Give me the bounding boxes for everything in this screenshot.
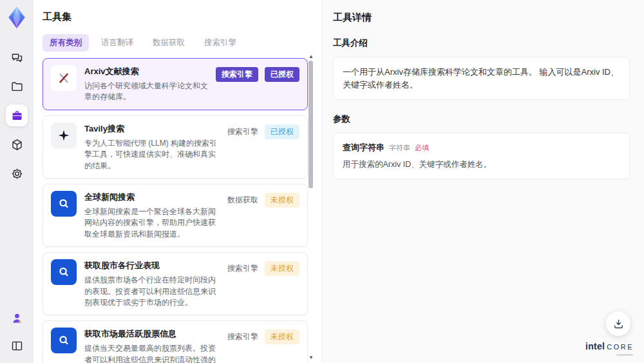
detail-title: 工具详情 — [333, 12, 630, 24]
category-badge: 搜索引擎 — [227, 329, 258, 344]
sidebar-item-account[interactable] — [6, 307, 28, 329]
param-required-flag: 必填 — [415, 143, 429, 153]
sidebar-item-files[interactable] — [6, 75, 28, 97]
scroll-up-icon[interactable]: ▲ — [308, 54, 314, 59]
category-badge: 搜索引擎 — [227, 261, 258, 276]
tool-description: 提供当天交易量最高的股票列表。投资者可以利用这些信息来识别流动性强的股票和潜在的… — [84, 343, 220, 363]
download-button[interactable] — [606, 311, 630, 336]
tool-badges: 数据获取未授权 — [227, 191, 299, 240]
sidebar-nav — [6, 46, 28, 184]
param-type: 字符串 — [389, 143, 410, 153]
intro-section-title: 工具介绍 — [333, 37, 630, 49]
tool-badges: 搜索引擎已授权 — [216, 65, 299, 103]
tool-list: Arxiv文献搜索访问各个研究领域大量科学论文和文章的存储库。搜索引擎已授权Ta… — [43, 58, 308, 363]
category-badge: 搜索引擎 — [216, 67, 258, 82]
download-icon — [612, 318, 625, 330]
params-section-title: 参数 — [333, 113, 630, 125]
tool-description: 全球新闻搜索是一个聚合全球各大新闻网站内容的搜索引擎，帮助用户快速获取全球最新资… — [84, 206, 220, 240]
tool-text: 获取市场最活跃股票信息提供当天交易量最高的股票列表。投资者可以利用这些信息来识别… — [84, 328, 220, 363]
tool-name: 全球新闻搜索 — [84, 191, 220, 203]
sidebar — [0, 0, 33, 363]
tool-card-tavily-search[interactable]: Tavily搜索专为人工智能代理 (LLM) 构建的搜索引擎工具，可快速提供实时… — [43, 115, 308, 179]
app-logo-icon — [5, 5, 28, 30]
app-root: 工具集 所有类别语言翻译数据获取搜索引擎 Arxiv文献搜索访问各个研究领域大量… — [0, 0, 644, 363]
tool-badges: 搜索引擎未授权 — [227, 259, 299, 308]
tool-card-global-news-search[interactable]: 全球新闻搜索全球新闻搜索是一个聚合全球各大新闻网站内容的搜索引擎，帮助用户快速获… — [43, 184, 308, 247]
magnifier-icon — [51, 259, 77, 285]
param-header: 查询字符串字符串必填 — [343, 142, 620, 153]
tool-intro-text: 一个用于从Arxiv存储库搜索科学论文和文章的工具。 输入可以是Arxiv ID… — [333, 57, 630, 100]
sidebar-item-models[interactable] — [6, 133, 28, 155]
briefcase-icon — [10, 109, 24, 123]
gear-icon — [10, 167, 24, 181]
tools-list-panel: 工具集 所有类别语言翻译数据获取搜索引擎 Arxiv文献搜索访问各个研究领域大量… — [33, 0, 322, 363]
tab-search-engine[interactable]: 搜索引擎 — [197, 34, 243, 52]
params-box: 查询字符串字符串必填用于搜索的Arxiv ID、关键字或作者姓名。 — [333, 133, 630, 179]
tab-data-fetch[interactable]: 数据获取 — [146, 34, 192, 52]
panel-icon — [10, 339, 24, 353]
category-tabs: 所有类别语言翻译数据获取搜索引擎 — [43, 34, 322, 52]
param-name: 查询字符串 — [343, 142, 384, 153]
tool-description: 访问各个研究领域大量科学论文和文章的存储库。 — [84, 81, 208, 103]
user-icon — [10, 311, 24, 325]
tool-description: 提供股票市场各个行业在特定时间段内的表现。投资者可以利用这些信息来识别表现优于或… — [84, 275, 220, 308]
auth-status-badge: 已授权 — [265, 67, 299, 82]
sidebar-item-settings[interactable] — [6, 162, 28, 184]
tool-description: 专为人工智能代理 (LLM) 构建的搜索引擎工具，可快速提供实时、准确和真实的结… — [84, 138, 220, 172]
category-badge: 数据获取 — [227, 193, 258, 208]
auth-status-badge: 未授权 — [265, 193, 299, 208]
sidebar-item-collapse[interactable] — [6, 335, 28, 357]
tool-name: Tavily搜索 — [84, 123, 220, 135]
scrollbar-thumb[interactable] — [308, 61, 313, 188]
intel-wordmark: intel — [585, 341, 605, 351]
core-wordmark: CORE — [607, 343, 634, 351]
folder-icon — [10, 80, 24, 93]
sidebar-item-chat[interactable] — [6, 46, 28, 68]
tool-detail-panel: 工具详情 工具介绍 一个用于从Arxiv存储库搜索科学论文和文章的工具。 输入可… — [322, 0, 644, 363]
auth-status-badge: 未授权 — [265, 329, 299, 344]
page-title: 工具集 — [43, 11, 322, 23]
tool-text: Tavily搜索专为人工智能代理 (LLM) 构建的搜索引擎工具，可快速提供实时… — [84, 123, 220, 172]
arxiv-logo-icon — [51, 65, 77, 91]
sidebar-bottom — [6, 307, 28, 357]
tool-name: 获取市场最活跃股票信息 — [84, 328, 220, 340]
tool-text: 获取股市各行业表现提供股票市场各个行业在特定时间段内的表现。投资者可以利用这些信… — [84, 259, 220, 308]
magnifier-icon — [51, 191, 77, 217]
cube-icon — [10, 138, 24, 152]
sidebar-item-tools[interactable] — [6, 104, 28, 126]
tool-badges: 搜索引擎已授权 — [227, 123, 299, 172]
tool-name: 获取股市各行业表现 — [84, 260, 220, 271]
intel-core-logo: intelCORE — [585, 340, 634, 356]
tool-card-stock-sector-performance[interactable]: 获取股市各行业表现提供股票市场各个行业在特定时间段内的表现。投资者可以利用这些信… — [43, 252, 308, 315]
brand-subline — [616, 354, 633, 356]
tab-all-categories[interactable]: 所有类别 — [43, 34, 89, 52]
tool-text: Arxiv文献搜索访问各个研究领域大量科学论文和文章的存储库。 — [84, 65, 208, 103]
scroll-down-icon[interactable]: ▼ — [308, 355, 314, 360]
magnifier-icon — [51, 328, 77, 353]
tool-badges: 搜索引擎未授权 — [227, 328, 299, 363]
tool-card-most-active-stocks[interactable]: 获取市场最活跃股票信息提供当天交易量最高的股票列表。投资者可以利用这些信息来识别… — [43, 320, 308, 363]
param-description: 用于搜索的Arxiv ID、关键字或作者姓名。 — [343, 159, 620, 170]
category-badge: 搜索引擎 — [227, 124, 258, 139]
tab-language-translation[interactable]: 语言翻译 — [94, 34, 140, 52]
tool-name: Arxiv文献搜索 — [84, 66, 208, 77]
chat-icon — [10, 51, 24, 64]
tool-text: 全球新闻搜索全球新闻搜索是一个聚合全球各大新闻网站内容的搜索引擎，帮助用户快速获… — [84, 191, 220, 240]
tool-card-arxiv-search[interactable]: Arxiv文献搜索访问各个研究领域大量科学论文和文章的存储库。搜索引擎已授权 — [43, 58, 308, 110]
auth-status-badge: 已授权 — [265, 124, 299, 139]
auth-status-badge: 未授权 — [265, 261, 299, 276]
tavily-star-icon — [51, 123, 77, 148]
list-scrollbar[interactable]: ▲ ▼ — [308, 54, 314, 362]
